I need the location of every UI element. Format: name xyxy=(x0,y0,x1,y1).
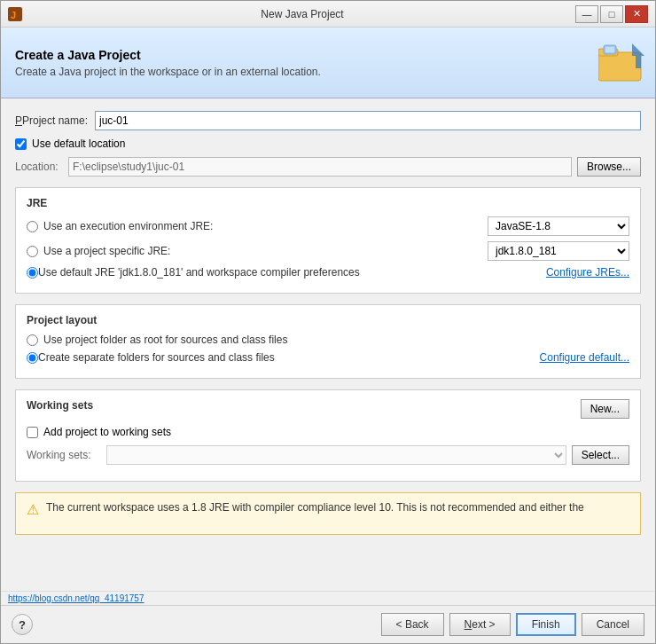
window-title: New Java Project xyxy=(29,8,575,20)
working-sets-title: Working sets xyxy=(27,399,93,412)
content-area: PProject name: Use default location Loca… xyxy=(1,98,655,591)
window-icon: J xyxy=(8,7,22,21)
working-sets-select[interactable] xyxy=(106,445,566,465)
working-sets-label: Working sets: xyxy=(27,449,106,461)
layout-radio2-left: Create separate folders for sources and … xyxy=(27,351,275,364)
jre-radio2-row: Use a project specific JRE: jdk1.8.0_181 xyxy=(27,241,629,261)
location-input[interactable] xyxy=(68,157,572,177)
layout-radio1-row: Use project folder as root for sources a… xyxy=(27,334,629,346)
button-bar: ? < Back Next > Finish Cancel xyxy=(1,605,655,643)
layout-radio2-row: Create separate folders for sources and … xyxy=(27,351,629,364)
location-row: Location: Browse... xyxy=(15,157,641,177)
select-working-set-button[interactable]: Select... xyxy=(572,445,629,465)
use-default-location-row: Use default location xyxy=(15,137,641,150)
jre-default-label[interactable]: Use default JRE 'jdk1.8.0_181' and works… xyxy=(38,266,360,279)
jre-radio1-row: Use an execution environment JRE: JavaSE… xyxy=(27,216,629,236)
project-name-label: PProject name: xyxy=(15,114,95,127)
layout-project-folder-label[interactable]: Use project folder as root for sources a… xyxy=(43,334,629,346)
warning-icon: ⚠ xyxy=(27,501,39,518)
main-window: J New Java Project — □ ✕ Create a Java P… xyxy=(0,0,656,644)
use-default-location-checkbox[interactable] xyxy=(15,138,27,150)
close-button[interactable]: ✕ xyxy=(625,5,648,23)
jre-execution-env-radio[interactable] xyxy=(27,221,38,232)
next-button[interactable]: Next > xyxy=(449,613,511,636)
jre-project-specific-radio[interactable] xyxy=(27,246,38,257)
warning-text: The current workspace uses a 1.8 JRE wit… xyxy=(46,500,584,515)
project-name-input[interactable] xyxy=(95,111,641,130)
add-to-working-sets-label[interactable]: Add project to working sets xyxy=(43,426,171,438)
finish-button[interactable]: Finish xyxy=(516,613,576,636)
svg-rect-5 xyxy=(605,47,614,52)
project-layout-title: Project layout xyxy=(27,314,629,326)
browse-button[interactable]: Browse... xyxy=(577,157,641,177)
configure-jres-link[interactable]: Configure JREs... xyxy=(546,266,629,279)
new-working-set-button[interactable]: New... xyxy=(581,399,629,419)
working-sets-section: Working sets New... Add project to worki… xyxy=(15,389,641,482)
configure-default-link[interactable]: Configure default... xyxy=(540,351,629,364)
header-icon xyxy=(598,42,641,84)
header-area: Create a Java Project Create a Java proj… xyxy=(1,27,655,98)
layout-separate-folders-label[interactable]: Create separate folders for sources and … xyxy=(38,351,275,364)
svg-text:J: J xyxy=(11,10,16,20)
warning-area: ⚠ The current workspace uses a 1.8 JRE w… xyxy=(15,492,641,535)
layout-project-folder-radio[interactable] xyxy=(27,334,38,346)
project-name-row: PProject name: xyxy=(15,111,641,130)
svg-marker-7 xyxy=(636,56,641,68)
jre-execution-env-select[interactable]: JavaSE-1.8 JavaSE-11 xyxy=(488,216,629,236)
use-default-location-label[interactable]: Use default location xyxy=(32,137,125,150)
working-sets-select-row: Working sets: Select... xyxy=(27,445,629,465)
svg-rect-2 xyxy=(598,52,641,81)
jre-section-title: JRE xyxy=(27,197,629,209)
back-button[interactable]: < Back xyxy=(381,613,444,636)
navigation-buttons: < Back Next > Finish Cancel xyxy=(381,613,644,636)
header-title: Create a Java Project xyxy=(15,48,321,62)
cancel-button[interactable]: Cancel xyxy=(582,613,644,636)
url-bar: https://blog.csdn.net/qq_41191757 xyxy=(1,591,655,605)
jre-project-specific-label[interactable]: Use a project specific JRE: xyxy=(43,245,488,257)
svg-marker-6 xyxy=(632,43,644,56)
location-label: Location: xyxy=(15,161,68,173)
add-to-working-sets-row: Add project to working sets xyxy=(27,426,629,438)
jre-default-radio[interactable] xyxy=(27,267,38,279)
jre-execution-env-label[interactable]: Use an execution environment JRE: xyxy=(43,220,488,232)
jre-project-specific-select[interactable]: jdk1.8.0_181 xyxy=(488,241,629,261)
maximize-button[interactable]: □ xyxy=(600,5,623,23)
window-controls: — □ ✕ xyxy=(575,5,648,23)
help-button[interactable]: ? xyxy=(12,614,33,635)
layout-separate-folders-radio[interactable] xyxy=(27,352,38,364)
add-to-working-sets-checkbox[interactable] xyxy=(27,427,38,438)
jre-radio3-row: Use default JRE 'jdk1.8.0_181' and works… xyxy=(27,266,629,279)
jre-radio3-left: Use default JRE 'jdk1.8.0_181' and works… xyxy=(27,266,360,279)
jre-execution-env-select-wrap: JavaSE-1.8 JavaSE-11 xyxy=(488,216,629,236)
jre-project-specific-select-wrap: jdk1.8.0_181 xyxy=(488,241,629,261)
minimize-button[interactable]: — xyxy=(575,5,598,23)
project-layout-section: Project layout Use project folder as roo… xyxy=(15,304,641,379)
jre-section: JRE Use an execution environment JRE: Ja… xyxy=(15,187,641,294)
header-subtitle: Create a Java project in the workspace o… xyxy=(15,66,321,78)
title-bar: J New Java Project — □ ✕ xyxy=(1,1,655,27)
url-text: https://blog.csdn.net/qq_41191757 xyxy=(8,593,144,603)
header-text: Create a Java Project Create a Java proj… xyxy=(15,48,321,78)
